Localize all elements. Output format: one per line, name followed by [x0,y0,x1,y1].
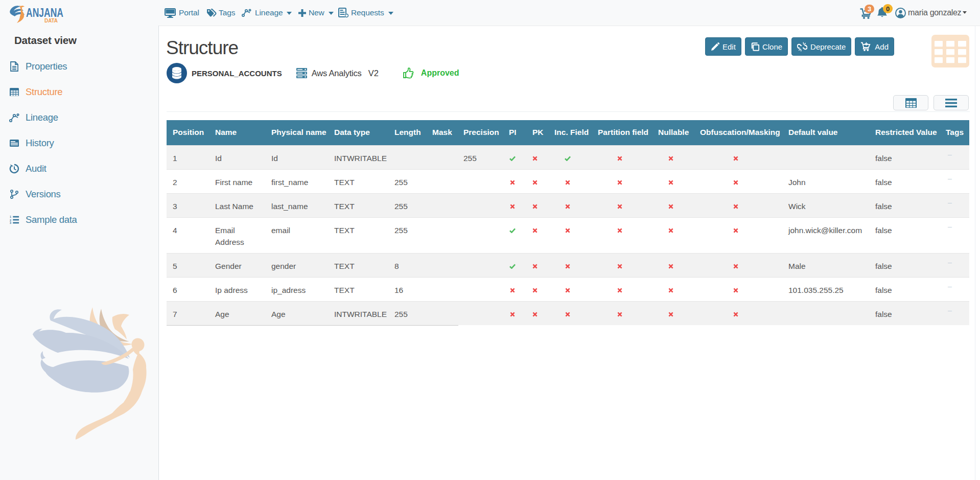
svg-text:1: 1 [10,215,11,218]
svg-text:3: 3 [10,221,11,224]
